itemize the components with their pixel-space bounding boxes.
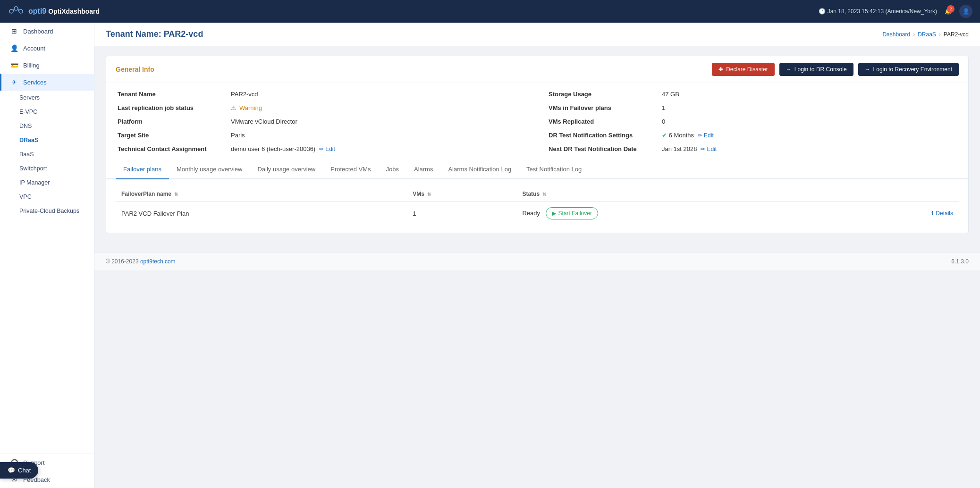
declare-disaster-label: Declare Disaster — [726, 66, 768, 73]
sidebar-item-account[interactable]: 👤 Account — [0, 40, 94, 57]
notification-bell[interactable]: 🔔 2 — [945, 8, 952, 15]
vms-failover-label: VMs in Failover plans — [549, 104, 662, 111]
sidebar-item-label: Services — [23, 79, 47, 86]
layout: ⊞ Dashboard 👤 Account 💳 Billing ✈ Servic… — [0, 23, 980, 488]
start-failover-button[interactable]: ▶ Start Failover — [546, 207, 598, 219]
info-row-tenant: Tenant Name PAR2-vcd — [118, 91, 526, 98]
cross-icon: ✚ — [718, 66, 723, 73]
row-details: ℹ Details — [837, 202, 959, 226]
tenant-name-value: PAR2-vcd — [231, 91, 258, 98]
sort-icon-status: ⇅ — [542, 192, 546, 197]
sidebar-item-billing[interactable]: 💳 Billing — [0, 57, 94, 74]
declare-disaster-button[interactable]: ✚ Declare Disaster — [712, 63, 775, 76]
sidebar-sub-item-baas[interactable]: BaaS — [0, 147, 94, 161]
sort-icon-name: ⇅ — [174, 192, 178, 197]
sidebar: ⊞ Dashboard 👤 Account 💳 Billing ✈ Servic… — [0, 23, 94, 488]
technical-contact-edit-link[interactable]: ✏ Edit — [319, 146, 335, 152]
tab-failover-plans[interactable]: Failover plans — [116, 160, 169, 179]
sidebar-item-label: Dashboard — [23, 28, 53, 35]
tab-alarms-notification-log[interactable]: Alarms Notification Log — [440, 160, 519, 179]
breadcrumb-sep2: › — [939, 31, 941, 38]
tab-protected-vms-label: Protected VMs — [330, 166, 371, 173]
tab-daily-usage-label: Daily usage overview — [257, 166, 315, 173]
vpc-label: VPC — [19, 194, 32, 200]
sidebar-item-services[interactable]: ✈ Services — [0, 74, 94, 91]
row-name: PAR2 VCD Failover Plan — [116, 202, 407, 226]
technical-contact-value: demo user 6 (tech-user-20036) ✏ Edit — [231, 145, 335, 152]
page-title: Tenant Name: PAR2-vcd — [106, 29, 203, 39]
dns-label: DNS — [19, 123, 32, 129]
table-header-row: FailoverPlan name ⇅ VMs ⇅ Status ⇅ — [116, 187, 959, 202]
col-header-actions — [837, 187, 959, 202]
info-row-target-site: Target Site Paris — [118, 132, 526, 139]
vms-replicated-label: VMs Replicated — [549, 118, 662, 125]
sidebar-item-dashboard[interactable]: ⊞ Dashboard — [0, 23, 94, 40]
row-vms: 1 — [407, 202, 516, 226]
sort-icon-vms: ⇅ — [427, 192, 431, 197]
tab-test-notification-log[interactable]: Test Notification Log — [519, 160, 589, 179]
chat-button[interactable]: 💬 Chat — [0, 462, 38, 479]
table-row: PAR2 VCD Failover Plan 1 Ready ▶ Start F… — [116, 202, 959, 226]
sidebar-sub-item-ipmanager[interactable]: IP Manager — [0, 176, 94, 190]
user-avatar[interactable]: 👤 — [959, 5, 972, 18]
details-label: Details — [936, 210, 953, 217]
sidebar-sub-item-vpc[interactable]: VPC — [0, 190, 94, 204]
switchport-label: Switchport — [19, 165, 47, 172]
draas-label: DRaaS — [19, 137, 38, 143]
login-dr-console-button[interactable]: → Login to DR Console — [779, 63, 853, 76]
svg-line-4 — [18, 8, 19, 11]
general-info-card: General Info ✚ Declare Disaster → Login … — [106, 56, 969, 233]
account-icon: 👤 — [10, 44, 18, 52]
tab-protected-vms[interactable]: Protected VMs — [323, 160, 378, 179]
info-row-dr-test-notification: DR Test Notification Settings ✔ 6 Months… — [549, 132, 957, 139]
login-dr-icon: → — [786, 66, 792, 73]
dr-test-edit-link[interactable]: ✏ Edit — [698, 132, 714, 139]
svg-point-0 — [9, 9, 13, 13]
info-row-vms-failover: VMs in Failover plans 1 — [549, 104, 957, 111]
page-header: Tenant Name: PAR2-vcd Dashboard › DRaaS … — [94, 23, 980, 46]
col-header-name: FailoverPlan name ⇅ — [116, 187, 407, 202]
tab-monthly-usage-label: Monthly usage overview — [177, 166, 242, 173]
sidebar-sub-item-servers[interactable]: Servers — [0, 91, 94, 105]
breadcrumb-draas[interactable]: DRaaS — [918, 31, 936, 38]
footer: © 2016-2023 opti9tech.com 6.1.3.0 — [94, 252, 980, 270]
info-row-vms-replicated: VMs Replicated 0 — [549, 118, 957, 125]
sidebar-sub-item-switchport[interactable]: Switchport — [0, 161, 94, 176]
breadcrumb-sep1: › — [913, 31, 915, 38]
clock: 🕐 Jan 18, 2023 15:42:13 (America/New_Yor… — [819, 8, 937, 15]
sidebar-sub-item-private-cloud-backups[interactable]: Private-Cloud Backups — [0, 204, 94, 218]
svg-line-3 — [13, 8, 14, 11]
user-icon: 👤 — [963, 8, 970, 15]
next-dr-test-date: Jan 1st 2028 — [662, 145, 697, 152]
login-recovery-button[interactable]: → Login to Recovery Environment — [858, 63, 959, 76]
info-row-next-dr-test: Next DR Test Notification Date Jan 1st 2… — [549, 145, 957, 152]
baas-label: BaaS — [19, 151, 34, 158]
tab-alarms[interactable]: Alarms — [406, 160, 440, 179]
platform-label: Platform — [118, 118, 231, 125]
col-status-label: Status — [522, 191, 540, 197]
start-failover-label: Start Failover — [558, 210, 592, 217]
storage-usage-value: 47 GB — [662, 91, 679, 98]
table-container: FailoverPlan name ⇅ VMs ⇅ Status ⇅ — [106, 179, 968, 233]
tabs-bar: Failover plans Monthly usage overview Da… — [106, 160, 968, 179]
tab-jobs[interactable]: Jobs — [379, 160, 406, 179]
breadcrumb-dashboard[interactable]: Dashboard — [882, 31, 910, 38]
clock-icon: 🕐 — [819, 8, 826, 15]
footer-link[interactable]: opti9tech.com — [140, 258, 176, 265]
info-row-platform: Platform VMware vCloud Director — [118, 118, 526, 125]
details-button[interactable]: ℹ Details — [931, 210, 953, 217]
tab-daily-usage[interactable]: Daily usage overview — [250, 160, 323, 179]
failover-plans-table: FailoverPlan name ⇅ VMs ⇅ Status ⇅ — [116, 187, 959, 225]
sidebar-sub-item-draas[interactable]: DRaaS — [0, 133, 94, 147]
info-icon: ℹ — [931, 210, 934, 217]
start-failover-icon: ▶ — [552, 210, 556, 217]
tab-alarms-notification-label: Alarms Notification Log — [448, 166, 511, 173]
main-content: Tenant Name: PAR2-vcd Dashboard › DRaaS … — [94, 23, 980, 488]
sidebar-sub-item-dns[interactable]: DNS — [0, 119, 94, 133]
sidebar-sub-item-evpc[interactable]: E-VPC — [0, 105, 94, 119]
technical-contact-text: demo user 6 (tech-user-20036) — [231, 145, 315, 152]
tab-monthly-usage[interactable]: Monthly usage overview — [169, 160, 250, 179]
table-head: FailoverPlan name ⇅ VMs ⇅ Status ⇅ — [116, 187, 959, 202]
col-vms-label: VMs — [413, 191, 424, 197]
next-dr-test-edit-link[interactable]: ✏ Edit — [701, 146, 717, 152]
